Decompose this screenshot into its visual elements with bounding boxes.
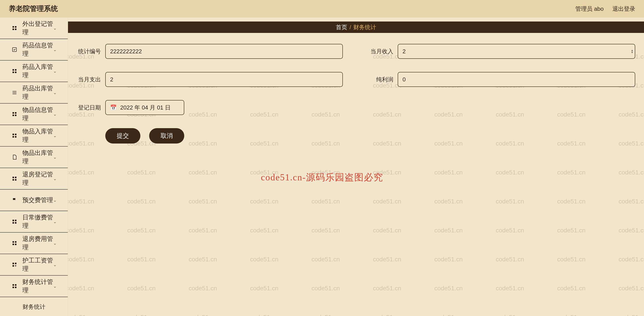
- svg-rect-3: [15, 29, 16, 30]
- sidebar-item-label: 物品信息管理: [22, 106, 53, 122]
- logout-link[interactable]: 退出登录: [612, 5, 635, 13]
- app-title: 养老院管理系统: [9, 4, 58, 14]
- sidebar-item-medicine-out[interactable]: 药品出库管理 ⌄: [0, 82, 68, 104]
- chevron-down-icon: ⌄: [53, 262, 57, 267]
- sidebar-item-label: 护工工资管理: [22, 256, 53, 273]
- form-row-expense: 当月支出: [77, 72, 343, 87]
- submit-button[interactable]: 提交: [105, 128, 140, 144]
- sidebar-item-daily-fee[interactable]: 日常缴费管理 ⌄: [0, 211, 68, 233]
- admin-label[interactable]: 管理员 abo: [575, 5, 604, 13]
- form-row-stat-id: 统计编号: [77, 44, 343, 59]
- expense-input[interactable]: [105, 72, 343, 87]
- svg-rect-35: [12, 284, 14, 286]
- svg-rect-0: [12, 26, 14, 28]
- cancel-button[interactable]: 取消: [149, 128, 184, 144]
- grid-icon: [11, 175, 18, 182]
- svg-rect-36: [15, 284, 16, 286]
- chevron-down-icon: ⌄: [53, 112, 57, 117]
- grid-icon: [11, 111, 18, 118]
- file-icon: [11, 154, 18, 161]
- svg-rect-20: [12, 177, 14, 178]
- sidebar-item-checkout-fee[interactable]: 退房费用管理 ⌄: [0, 233, 68, 254]
- income-label: 当月收入: [369, 48, 398, 55]
- form-row-date: 登记日期 📅 2022 年 04 月 01 日: [77, 100, 635, 115]
- chevron-down-icon: ⌄: [53, 197, 57, 203]
- chevron-down-icon: ⌄: [53, 219, 57, 224]
- stat-id-input[interactable]: [105, 44, 343, 59]
- submenu-label: 财务统计: [22, 303, 46, 311]
- breadcrumb-current: 财务统计: [353, 24, 376, 31]
- svg-rect-25: [15, 220, 16, 221]
- breadcrumb-home[interactable]: 首页: [336, 24, 347, 31]
- svg-rect-7: [12, 72, 14, 73]
- sidebar-item-checkout[interactable]: 退房登记管理 ⌄: [0, 168, 68, 190]
- date-input[interactable]: 📅 2022 年 04 月 01 日: [105, 100, 184, 115]
- svg-rect-17: [15, 134, 16, 135]
- grid-icon: [11, 218, 18, 225]
- sidebar-item-goods-info[interactable]: 物品信息管理 ⌄: [0, 104, 68, 125]
- chevron-down-icon: ⌄: [53, 283, 57, 289]
- svg-rect-14: [12, 115, 14, 116]
- grid-plus-icon: [11, 261, 18, 268]
- sidebar-item-label: 药品信息管理: [22, 41, 53, 58]
- svg-rect-37: [12, 286, 14, 288]
- svg-rect-10: [12, 92, 16, 93]
- sidebar-item-prepay[interactable]: 预交费管理 ⌄: [0, 190, 68, 211]
- chevron-down-icon: ⌄: [53, 90, 57, 95]
- svg-rect-33: [15, 263, 16, 264]
- svg-rect-29: [15, 241, 16, 243]
- date-value: 2022 年 04 月 01 日: [120, 104, 171, 112]
- calendar-icon: 📅: [110, 104, 117, 111]
- chevron-down-icon: ⌄: [53, 133, 57, 138]
- sidebar-item-label: 物品入库管理: [22, 127, 53, 144]
- sidebar-item-goods-in[interactable]: 物品入库管理 ⌄: [0, 125, 68, 147]
- form-area: 统计编号 当月收入 ▲▼ 当月支出 纯利润: [68, 33, 644, 154]
- sidebar-item-label: 退房费用管理: [22, 235, 53, 251]
- main-content: 首页 / 财务统计 统计编号 当月收入 ▲▼ 当月支出: [68, 18, 644, 316]
- svg-rect-8: [15, 72, 16, 73]
- sidebar-item-label: 物品出库管理: [22, 149, 53, 165]
- svg-rect-13: [15, 112, 16, 114]
- svg-rect-31: [15, 244, 16, 245]
- profit-label: 纯利润: [369, 76, 398, 83]
- svg-rect-19: [15, 136, 16, 138]
- svg-rect-11: [12, 94, 16, 94]
- grid-icon: [11, 283, 18, 290]
- svg-rect-23: [15, 179, 16, 181]
- header-right: 管理员 abo 退出登录: [575, 5, 635, 13]
- bars-icon: [11, 89, 18, 96]
- svg-rect-38: [15, 286, 16, 288]
- svg-rect-12: [12, 112, 14, 114]
- chevron-down-icon: ⌄: [53, 47, 57, 52]
- svg-rect-16: [12, 134, 14, 135]
- sidebar-item-label: 外出登记管理: [22, 20, 53, 37]
- svg-rect-1: [15, 26, 16, 28]
- sidebar-item-medicine-in[interactable]: 药品入库管理 ⌄: [0, 61, 68, 82]
- svg-rect-30: [12, 244, 14, 245]
- check-square-icon: [11, 46, 18, 53]
- breadcrumb: 首页 / 财务统计: [68, 22, 644, 33]
- stat-id-label: 统计编号: [77, 48, 105, 55]
- sidebar-item-salary[interactable]: 护工工资管理 ⌄: [0, 254, 68, 276]
- svg-rect-2: [12, 29, 14, 30]
- profit-input[interactable]: [398, 72, 635, 87]
- flag-icon: [11, 197, 18, 204]
- sidebar-item-finance[interactable]: 财务统计管理 ⌄: [0, 276, 68, 297]
- svg-rect-21: [15, 177, 16, 178]
- sidebar-item-outing[interactable]: 外出登记管理 ⌄: [0, 18, 68, 39]
- sidebar-item-medicine-info[interactable]: 药品信息管理 ⌄: [0, 39, 68, 61]
- sidebar-item-label: 预交费管理: [22, 196, 53, 204]
- grid-icon: [11, 68, 18, 75]
- grid-icon: [11, 25, 18, 32]
- sidebar-submenu-finance-stat[interactable]: 财务统计: [0, 297, 68, 316]
- sidebar-item-label: 药品出库管理: [22, 84, 53, 101]
- sidebar-item-label: 药品入库管理: [22, 63, 53, 80]
- income-input[interactable]: [398, 44, 635, 59]
- svg-rect-27: [15, 222, 16, 224]
- svg-rect-5: [12, 69, 14, 71]
- svg-rect-4: [12, 48, 16, 52]
- svg-rect-9: [12, 91, 16, 92]
- svg-rect-28: [12, 241, 14, 243]
- chevron-down-icon: ⌄: [53, 154, 57, 160]
- sidebar-item-goods-out[interactable]: 物品出库管理 ⌄: [0, 147, 68, 168]
